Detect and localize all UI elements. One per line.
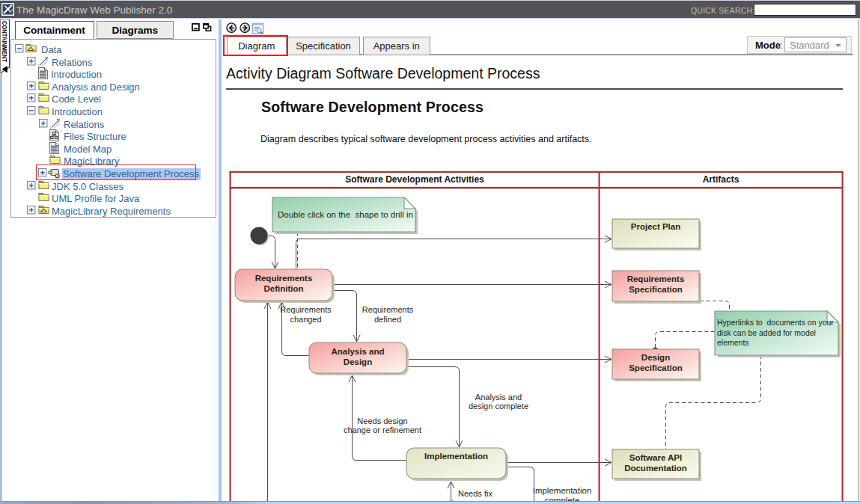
svg-text:Requirements: Requirements — [255, 274, 313, 283]
svg-text:Definition: Definition — [263, 284, 303, 293]
svg-text:Analysis and: Analysis and — [475, 393, 522, 402]
svg-text:Software Development Activitie: Software Development Activities — [345, 174, 484, 185]
svg-text:Implementation: Implementation — [533, 486, 592, 495]
svg-text:Design: Design — [344, 357, 372, 366]
svg-text:Hyperlinks to documents on yo: Hyperlinks to documents on your — [717, 318, 834, 327]
svg-text:Design: Design — [641, 353, 670, 362]
svg-text:Double click on the shape to: Double click on the shape to drill in — [278, 210, 413, 219]
svg-text:Needs fix: Needs fix — [458, 489, 492, 498]
svg-text:Artifacts: Artifacts — [703, 174, 739, 185]
svg-text:Software API: Software API — [629, 453, 683, 462]
svg-text:Specification: Specification — [629, 285, 683, 294]
svg-text:CONTAINMENT: CONTAINMENT — [1, 21, 7, 62]
svg-text:Implementation: Implementation — [424, 452, 488, 461]
svg-text:Project Plan: Project Plan — [631, 222, 680, 231]
svg-text:defined: defined — [374, 315, 401, 324]
svg-text:changed: changed — [290, 315, 321, 324]
svg-text:change or refinement: change or refinement — [344, 425, 421, 434]
svg-text:Documentation: Documentation — [624, 464, 687, 473]
svg-text:Specification: Specification — [629, 363, 683, 372]
svg-text:design complete: design complete — [469, 402, 528, 411]
svg-text:Needs design: Needs design — [357, 417, 407, 425]
svg-text:Requirements: Requirements — [362, 305, 414, 314]
svg-text:elements: elements — [717, 338, 749, 347]
svg-text:Analysis and: Analysis and — [332, 347, 385, 356]
svg-text:Requirements: Requirements — [280, 305, 332, 314]
svg-text:disk can be added for model: disk can be added for model — [717, 328, 816, 337]
svg-text:Requirements: Requirements — [627, 274, 685, 283]
